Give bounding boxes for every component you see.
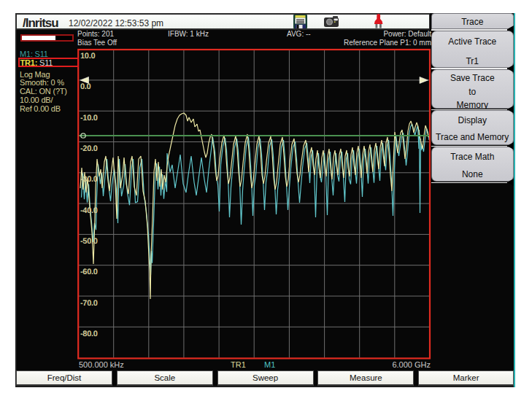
svg-text:-10.0: -10.0 xyxy=(80,114,98,123)
svg-text:-40.0: -40.0 xyxy=(80,206,98,215)
svg-text:-80.0: -80.0 xyxy=(80,330,98,338)
svg-text:0.0: 0.0 xyxy=(80,82,91,91)
svg-text:-70.0: -70.0 xyxy=(80,299,98,308)
svg-text:-60.0: -60.0 xyxy=(80,268,98,276)
svg-text:-30.0: -30.0 xyxy=(80,175,98,184)
svg-text:-50.0: -50.0 xyxy=(80,237,98,246)
svg-text:-20.0: -20.0 xyxy=(80,144,98,153)
svg-text:10.0: 10.0 xyxy=(80,52,95,61)
